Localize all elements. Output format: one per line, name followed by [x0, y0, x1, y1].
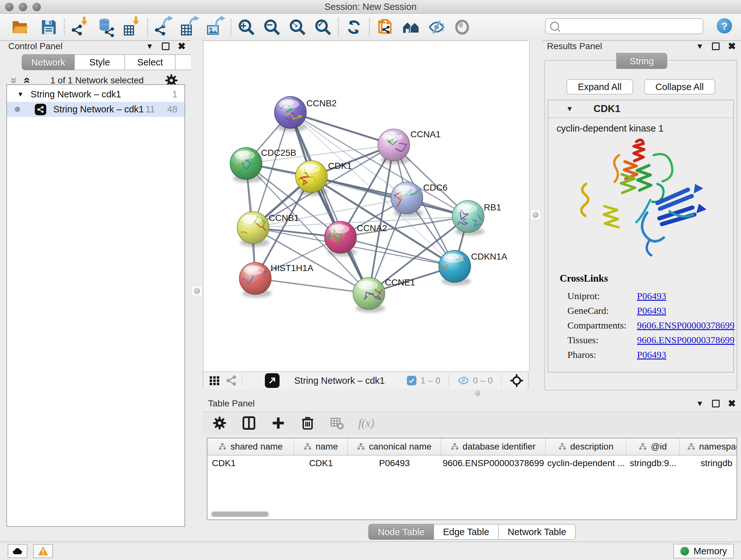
network-overview-icon[interactable]: [225, 374, 238, 387]
left-splitter[interactable]: [191, 40, 203, 542]
collapse-all-networks-icon[interactable]: »: [8, 77, 20, 84]
delete-columns-button[interactable]: [299, 415, 316, 431]
table-cell[interactable]: cyclin-dependent ...: [546, 458, 626, 469]
save-session-button[interactable]: [38, 17, 59, 37]
tab-edge-table[interactable]: Edge Table: [434, 524, 499, 540]
detach-view-button[interactable]: [265, 373, 280, 388]
zoom-fit-button[interactable]: ⤡: [287, 17, 308, 37]
cloud-button[interactable]: [8, 544, 27, 558]
tab-style[interactable]: Style: [75, 54, 125, 70]
panel-menu-icon[interactable]: ▼: [146, 43, 153, 50]
zoom-selected-button[interactable]: ✓: [313, 17, 333, 37]
collection-collapse-icon[interactable]: ▼: [17, 91, 23, 98]
network-node-CDC6[interactable]: [386, 182, 423, 217]
create-column-button[interactable]: [270, 415, 286, 431]
network-node-RB1[interactable]: [452, 200, 487, 236]
import-network-database-button[interactable]: [96, 17, 117, 37]
function-builder-button[interactable]: f(x): [358, 415, 375, 431]
column-header-canonical-name[interactable]: canonical name: [348, 438, 441, 455]
column-header-namespace[interactable]: namespace: [680, 438, 737, 455]
export-image-button[interactable]: [205, 17, 226, 37]
network-node-CCNA2[interactable]: [324, 221, 357, 256]
collection-label: String Network – cdk1: [30, 89, 121, 100]
network-node-CCNB1[interactable]: [230, 212, 274, 247]
crosslink-link[interactable]: 9606.ENSP00000378699: [637, 334, 735, 346]
first-neighbors-button[interactable]: [401, 17, 421, 37]
export-table-button[interactable]: [179, 17, 200, 37]
crosslink-link[interactable]: P06493: [637, 291, 666, 301]
node-label-CDK1: CDK1: [328, 161, 352, 171]
search-input[interactable]: [562, 21, 703, 32]
right-splitter[interactable]: [529, 40, 542, 389]
zoom-in-button[interactable]: +: [236, 17, 257, 37]
toolbar-separator: [369, 18, 370, 36]
open-session-button[interactable]: [10, 17, 30, 37]
network-node-CCNA1[interactable]: [378, 129, 410, 164]
show-graphics-details-button[interactable]: [452, 17, 473, 37]
import-table-file-button[interactable]: [122, 17, 143, 37]
details-collapse-icon[interactable]: ▼: [566, 105, 573, 113]
memory-button[interactable]: Memory: [673, 544, 734, 558]
column-header-shared-name[interactable]: shared name: [207, 438, 294, 455]
column-header-database-identifier[interactable]: database identifier: [441, 438, 546, 455]
column-header-description[interactable]: description: [546, 438, 626, 455]
tab-string[interactable]: String: [616, 53, 667, 69]
import-network-file-button[interactable]: [69, 17, 90, 37]
minimize-window-button[interactable]: [19, 3, 27, 11]
help-button[interactable]: ?: [717, 18, 732, 34]
panel-close-icon[interactable]: ✖: [178, 42, 186, 51]
crosslink-row: GeneCard:P06493: [560, 303, 727, 318]
table-cell[interactable]: 9606.ENSP00000378699: [441, 458, 546, 469]
control-panel: Control Panel ▼ ✖ NetworkStyleSelectSets…: [0, 40, 191, 542]
apply-layout-button[interactable]: [343, 17, 364, 37]
delete-table-button[interactable]: [329, 415, 345, 431]
zoom-out-button[interactable]: −: [261, 17, 282, 37]
column-header--id[interactable]: @id: [626, 438, 680, 455]
panel-menu-icon[interactable]: ▼: [696, 43, 704, 50]
tab-network[interactable]: Network: [22, 54, 75, 70]
table-horizontal-scrollbar[interactable]: [211, 511, 269, 517]
zoom-window-button[interactable]: [32, 3, 41, 11]
tab-select[interactable]: Select: [125, 54, 176, 70]
panel-float-icon[interactable]: [712, 43, 720, 50]
node-details-header[interactable]: ▼ CDK1: [548, 100, 733, 118]
panel-close-icon[interactable]: ✖: [728, 399, 736, 408]
network-node-CCNB2[interactable]: [274, 97, 307, 132]
warnings-button[interactable]: [33, 544, 53, 558]
close-window-button[interactable]: [5, 3, 13, 11]
show-columns-button[interactable]: [241, 415, 257, 431]
column-header-name[interactable]: name: [294, 438, 348, 455]
tab-network-table[interactable]: Network Table: [499, 524, 576, 540]
crosslink-link[interactable]: P06493: [637, 349, 666, 360]
tab-node-table[interactable]: Node Table: [368, 524, 434, 540]
grid-view-icon[interactable]: [209, 375, 220, 386]
table-cell[interactable]: P06493: [348, 458, 441, 469]
network-canvas[interactable]: CCNB2CCNA1CDC25BCDK1CDC6RB1CCNB1CCNA2CDK…: [203, 41, 530, 371]
expand-all-button[interactable]: Expand All: [566, 79, 633, 95]
network-collection-row[interactable]: ▼ String Network – cdk1 1: [7, 87, 185, 102]
network-graph[interactable]: CCNB2CCNA1CDC25BCDK1CDC6RB1CCNB1CCNA2CDK…: [204, 41, 529, 371]
table-row[interactable]: CDK1CDK1P064939606.ENSP00000378699cyclin…: [207, 455, 737, 471]
panel-menu-icon[interactable]: ▼: [696, 400, 704, 408]
selected-nodes-checkbox[interactable]: [407, 376, 416, 385]
export-network-button[interactable]: [152, 17, 174, 37]
collapse-all-button[interactable]: Collapse All: [644, 79, 716, 95]
table-cell[interactable]: CDK1: [294, 458, 348, 469]
network-node-CDC25B[interactable]: [230, 146, 262, 183]
table-settings-button[interactable]: [211, 415, 228, 431]
crosslink-link[interactable]: 9606.ENSP00000378699: [637, 320, 735, 331]
table-cell[interactable]: stringdb:9...: [626, 458, 680, 469]
network-row[interactable]: String Network – cdk1 11 48: [7, 102, 185, 117]
network-node-CDK1[interactable]: [293, 161, 328, 196]
panel-close-icon[interactable]: ✖: [728, 42, 736, 51]
table-cell[interactable]: stringdb: [680, 458, 737, 469]
hide-selected-button[interactable]: [426, 17, 447, 37]
pan-crosshair-icon[interactable]: [510, 374, 523, 387]
panel-float-icon[interactable]: [162, 43, 170, 50]
expand-all-networks-icon[interactable]: »: [20, 77, 32, 84]
panel-float-icon[interactable]: [712, 400, 720, 408]
crosslink-link[interactable]: P06493: [637, 305, 666, 316]
table-cell[interactable]: CDK1: [207, 458, 294, 469]
network-node-CDKN1A[interactable]: [436, 249, 471, 286]
network-from-selection-button[interactable]: [374, 17, 395, 37]
